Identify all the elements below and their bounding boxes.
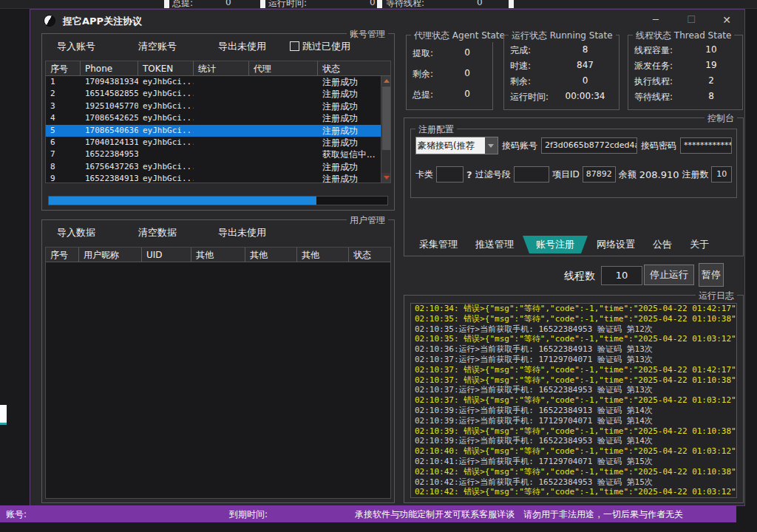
tab[interactable]: 网络设置 [588,236,644,253]
scroll-thumb[interactable] [382,86,390,150]
col-header[interactable]: 其他 [191,248,245,262]
cell-proxy [249,76,318,88]
col-header[interactable]: 用户昵称 [79,248,142,262]
thread-count-input[interactable]: 10 [601,266,642,285]
cell-status: 注册成功 [318,161,381,173]
clear-data-button[interactable]: 清空数据 [138,226,177,239]
export-unused-data-button[interactable]: 导出未使用 [218,226,266,239]
table-row[interactable]: 5 17086540636 eyJhbGci... 注册成功 [46,125,381,137]
thread-count-label: 线程数 [564,270,595,283]
minimize-button[interactable]: ─ [644,11,668,29]
table-row[interactable]: 7 16522384953 获取短信中... [46,149,381,160]
register-count-input[interactable]: 10 [711,166,732,183]
sms-account-input[interactable]: 2f3d0665b8772cded4a6 [541,137,637,154]
filter-input[interactable] [514,166,549,183]
sms-provider-select[interactable]: 豪猪接码(推荐 [415,137,498,154]
state-label: 等待线程: [634,91,685,103]
tab[interactable]: 公告 [644,236,681,253]
maximize-button[interactable]: ☐ [679,11,703,29]
clear-accounts-button[interactable]: 清空账号 [138,40,177,53]
bg-value: 0 [477,0,483,7]
cell-phone: 17040124131 [81,137,138,149]
cell-status: 注册成功 [318,88,381,100]
col-header[interactable]: 状态 [318,61,390,75]
export-unused-button[interactable]: 导出未使用 [218,40,266,53]
table-row[interactable]: 9 16522384913 eyJhbGci... 注册成功 [46,173,381,183]
cell-proxy [249,173,318,183]
account-label: 接码账号 [502,140,537,152]
bg-label: 运行时间: [268,0,307,9]
skip-used-checkbox[interactable] [290,41,299,51]
cell-no: 8 [46,161,81,173]
table-row[interactable]: 3 19251045770 eyJhbGci... 注册成功 [46,100,381,112]
cell-token: eyJhbGci... [138,112,194,124]
scroll-up-icon[interactable] [381,76,391,86]
log-line: 02:10:37: 错误>{"msg":"等待","code":-1,"time… [415,395,733,406]
col-header[interactable]: 状态 [349,248,390,262]
cell-proxy [249,100,318,112]
console-group-label: 控制台 [705,112,737,125]
table-row[interactable]: 2 16514582855 eyJhbGci... 注册成功 [46,88,381,100]
accounts-scrollbar[interactable] [381,76,390,183]
col-header[interactable]: 序号 [46,248,79,262]
state-row: 等待线程: 8 [634,91,738,103]
spinner-fragment [164,0,169,9]
chevron-down-icon[interactable] [485,137,498,154]
stop-run-button[interactable]: 停止运行 [644,265,694,285]
password-label: 接码密码 [641,140,676,152]
col-header[interactable]: UID [142,248,191,262]
state-label: 剩余: [510,75,556,88]
state-label: 执行线程: [634,75,685,88]
cell-status: 获取短信中... [318,149,381,160]
tab[interactable]: 关于 [681,236,718,253]
help-icon[interactable]: ? [466,169,472,180]
table-row[interactable]: 1 17094381934 eyJhbGci... 注册成功 [46,76,381,88]
cell-phone: 17086542625 [81,112,138,124]
account-group-label: 账号管理 [347,28,388,41]
col-header[interactable]: 统计 [194,61,249,75]
log-line: 02:10:39: 错误>{"msg":"等待","code":-1,"time… [415,426,733,437]
state-value: 2 [685,75,738,88]
col-header[interactable]: 其他 [297,248,349,262]
accounts-table[interactable]: 序号 Phone TOKEN 统计 代理 状态 1 17094381934 ey… [45,61,391,183]
tab[interactable]: 采集管理 [410,236,466,253]
col-header[interactable]: 其他 [245,248,297,262]
users-table[interactable]: 序号 用户昵称 UID 其他 其他 其他 状态 [45,247,391,499]
state-row: 提取: 0 [413,47,488,60]
tab[interactable]: 账号注册 [523,236,588,253]
col-header[interactable]: TOKEN [138,61,194,75]
run-log-group: 运行日志 02:10:34: 错误>{"msg":"等待","code":-1,… [404,295,744,503]
tab[interactable]: 推送管理 [466,236,523,253]
pause-button[interactable]: 暂停 [699,263,724,287]
log-output[interactable]: 02:10:34: 错误>{"msg":"等待","code":-1,"time… [410,303,737,498]
cell-stat [194,88,249,100]
bg-label: 总提: [172,0,193,9]
col-header[interactable]: 代理 [249,61,318,75]
log-line: 02:10:37: 错误>{"msg":"等待","code":-1,"time… [415,365,733,375]
log-line: 02:10:42: 错误>{"msg":"等待","code":-1,"time… [415,487,733,497]
cell-stat [194,112,249,124]
table-row[interactable]: 4 17086542625 eyJhbGci... 注册成功 [46,112,381,124]
state-value: 00:00:34 [556,91,614,103]
close-button[interactable]: ✕ [715,11,739,29]
running-state-rows: 完成: 8 时速: 847 剩余: 0 运行时间: [510,43,614,105]
cell-no: 6 [46,137,81,149]
cell-phone: 17086540636 [81,125,138,137]
import-accounts-button[interactable]: 导入账号 [57,40,95,53]
running-state-group: 运行状态 Running State 完成: 8 时速: 847 剩余: [503,35,619,110]
project-id-input[interactable]: 87892 [583,166,616,183]
cell-status: 注册成功 [318,100,381,112]
scroll-down-icon[interactable] [381,173,391,183]
cell-phone: 19251045770 [81,100,138,112]
table-row[interactable]: 6 17040124131 eyJhbGci... 注册成功 [46,137,381,149]
users-table-header: 序号 用户昵称 UID 其他 其他 其他 状态 [46,248,390,262]
col-header[interactable]: 序号 [46,61,81,75]
balance-label: 余额 [619,168,637,181]
state-label: 线程容量: [634,44,685,57]
col-header[interactable]: Phone [81,61,138,75]
sms-password-input[interactable]: ****************** [680,137,732,154]
import-data-button[interactable]: 导入数据 [57,226,95,239]
card-type-input[interactable] [436,166,464,183]
table-row[interactable]: 8 16756437263 eyJhbGci... 注册成功 [46,161,381,173]
cell-status: 注册成功 [318,76,381,88]
